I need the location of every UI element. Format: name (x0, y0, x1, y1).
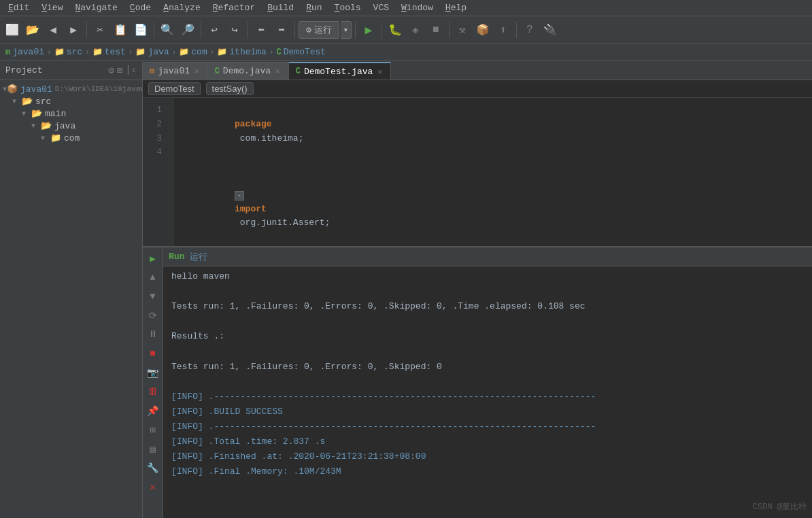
debug-btn[interactable]: 🐛 (386, 20, 405, 39)
tree-src[interactable]: ▼ 📂 src (0, 95, 142, 107)
tab-label-java01: java01 (158, 66, 190, 76)
menu-refactor[interactable]: Refactor (207, 1, 260, 14)
keyword-import1: import (235, 204, 267, 214)
tab-close-demotest[interactable]: ✕ (376, 67, 384, 77)
toolbar-sep7 (382, 22, 382, 38)
toolbar-undo-btn[interactable]: ↩ (205, 20, 224, 39)
output-info-success: [INFO] .BUILD SUCCESS (171, 404, 804, 419)
keyword-package: package (235, 119, 272, 129)
fold-marker-3[interactable]: - (235, 191, 244, 201)
toolbar-new-btn[interactable]: ⬜ (3, 20, 22, 39)
tab-icon-demo: C (215, 67, 220, 76)
run-build-btn[interactable]: 🔧 (145, 460, 161, 476)
menu-vcs[interactable]: VCS (368, 1, 394, 14)
bc-demotest[interactable]: C DemoTest (277, 47, 326, 57)
tree-main[interactable]: ▼ 📂 main (0, 107, 142, 120)
toolbar-redo-btn[interactable]: ↪ (225, 20, 244, 39)
stop-btn[interactable]: ■ (426, 20, 445, 39)
output-info-sep1: [INFO] .--------------------------------… (171, 390, 804, 404)
toolbar-sep6 (355, 22, 356, 38)
menu-navigate[interactable]: Navigate (69, 1, 122, 14)
run-stop-btn[interactable]: ■ (145, 345, 161, 362)
bc-java[interactable]: 📁 java (135, 47, 169, 57)
toolbar-paste-btn[interactable]: 📄 (131, 20, 150, 39)
output-tests2: Tests run: 1, .Failures: 0, .Errors: 0, … (171, 360, 804, 375)
output-hello: hello maven (171, 269, 804, 284)
toolbar-plugins-btn[interactable]: 🔌 (541, 20, 560, 39)
panel-settings-icon[interactable]: ⚙ (108, 65, 114, 76)
menu-run[interactable]: Run (301, 1, 327, 14)
run-side-bar: ▶ ▲ ▼ ⟳ ⏸ ■ 📷 🗑 📌 ⊞ ▤ 🔧 ✕ (143, 247, 163, 518)
tab-close-demo[interactable]: ✕ (274, 66, 282, 76)
tab-demo[interactable]: C Demo.java ✕ (208, 62, 289, 80)
run-scroll-up-btn[interactable]: ▲ (145, 269, 161, 286)
folder-icon-src: 📂 (22, 96, 33, 107)
toolbar-more2-btn[interactable]: 📦 (473, 20, 492, 39)
run-trash-btn[interactable]: 🗑 (145, 383, 161, 400)
run-pause-btn[interactable]: ⏸ (145, 326, 161, 343)
bc-java01[interactable]: m java01 (5, 47, 44, 57)
menu-window[interactable]: Window (396, 1, 439, 14)
tree-arrow-main: ▼ (22, 110, 31, 118)
tree-java01[interactable]: ▼ 📦 java01 D:\Work\IDEA\18javaweb\java01 (0, 83, 142, 95)
run-scroll-down-btn[interactable]: ▼ (145, 288, 161, 305)
tree-com[interactable]: ▼ 📁 com (0, 132, 142, 144)
menu-code[interactable]: Code (124, 1, 156, 14)
coverage-btn[interactable]: ◈ (406, 20, 425, 39)
run-play-btn[interactable]: ▶ (359, 20, 378, 39)
panel-close-icon[interactable]: |‹ (125, 65, 137, 76)
menu-help[interactable]: Help (440, 1, 472, 14)
run-pin-btn[interactable]: 📌 (145, 402, 161, 419)
toolbar-forward-btn[interactable]: ▶ (64, 20, 83, 39)
toolbar-copy-btn[interactable]: 📋 (111, 20, 130, 39)
tab-close-java01[interactable]: ✕ (193, 66, 201, 76)
toolbar-more1-btn[interactable]: ⚒ (453, 20, 472, 39)
toolbar-move-fwd-btn[interactable]: ➡ (272, 20, 291, 39)
code-line-3: - import org.junit.Assert; (182, 174, 804, 245)
run-output[interactable]: hello maven Tests run: 1, .Failures: 0, … (163, 266, 812, 518)
toolbar-more3-btn[interactable]: ⬆ (494, 20, 513, 39)
tree-label-com: com (64, 133, 80, 143)
struct-method-btn[interactable]: testSay() (206, 82, 254, 95)
bc-test[interactable]: 📁 test (92, 47, 126, 57)
editor-breadcrumb: DemoTest testSay() (143, 80, 812, 98)
folder-icon-com: 📁 (50, 133, 61, 143)
run-layout-btn[interactable]: ▤ (145, 441, 161, 457)
output-info-sep2: [INFO] .--------------------------------… (171, 419, 804, 434)
bc-sep3: › (129, 48, 133, 56)
menu-build[interactable]: Build (262, 1, 299, 14)
line-num-1: 1 (143, 103, 167, 118)
run-play-side-btn[interactable]: ▶ (145, 250, 161, 266)
menu-tools[interactable]: Tools (329, 1, 367, 14)
run-settings-side-btn[interactable]: ⊞ (145, 421, 161, 438)
menu-analyze[interactable]: Analyze (158, 1, 206, 14)
tab-java01[interactable]: m java01 ✕ (143, 62, 208, 80)
panel-config-icon[interactable]: ⊞ (117, 65, 122, 76)
toolbar-cut-btn[interactable]: ✂ (90, 20, 109, 39)
run-camera-btn[interactable]: 📷 (145, 364, 161, 381)
menu-view[interactable]: View (36, 1, 68, 14)
toolbar-back-btn[interactable]: ◀ (44, 20, 63, 39)
tab-demotest[interactable]: C DemoTest.java ✕ (289, 62, 391, 80)
toolbar-sep1 (86, 22, 87, 38)
toolbar: ⬜ 📂 ◀ ▶ ✂ 📋 📄 🔍 🔎 ↩ ↪ ⬅ ➡ ⚙ 运行 ▾ ▶ 🐛 ◈ ■… (0, 16, 812, 44)
tree-java[interactable]: ▼ 📂 java (0, 120, 142, 132)
run-close-btn[interactable]: ✕ (145, 479, 161, 495)
toolbar-open-btn[interactable]: 📂 (23, 20, 42, 39)
bc-itheima[interactable]: 📁 itheima (217, 47, 267, 57)
toolbar-terminal-btn[interactable]: ? (520, 20, 539, 39)
struct-class-btn[interactable]: DemoTest (148, 82, 201, 95)
run-panel: ▶ ▲ ▼ ⟳ ⏸ ■ 📷 🗑 📌 ⊞ ▤ 🔧 ✕ Run 运行 (143, 246, 812, 518)
code-content[interactable]: package com.itheima; - import org.junit.… (173, 98, 812, 246)
toolbar-find-btn[interactable]: 🔎 (178, 20, 197, 39)
run-rerun-btn[interactable]: ⟳ (145, 307, 161, 324)
run-config-btn[interactable]: ⚙ 运行 (299, 21, 339, 39)
tab-icon-java01: m (150, 67, 154, 76)
line-num-3: 3 (143, 132, 167, 146)
toolbar-move-back-btn[interactable]: ⬅ (252, 20, 271, 39)
menu-edit[interactable]: Edit (3, 1, 35, 14)
run-dropdown-btn[interactable]: ▾ (341, 21, 352, 39)
toolbar-search-btn[interactable]: 🔍 (158, 20, 177, 39)
bc-com[interactable]: 📁 com (179, 47, 207, 57)
bc-src[interactable]: 📁 src (54, 47, 82, 57)
